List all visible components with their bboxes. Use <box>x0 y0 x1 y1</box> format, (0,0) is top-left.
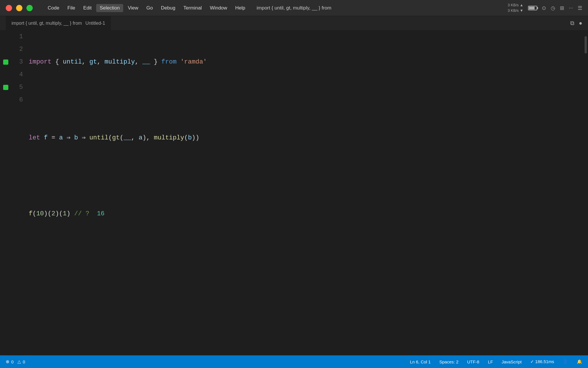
param-a: a <box>59 132 63 144</box>
window-title: import { until, gt, multiply, __ } from <box>257 5 331 11</box>
battery-icon <box>528 6 537 10</box>
keyword-from: from <box>161 56 177 68</box>
menu-bar: Code File Edit Selection View Go Debug T… <box>44 4 249 12</box>
menu-window[interactable]: Window <box>206 4 231 12</box>
close-button[interactable] <box>6 5 12 11</box>
var-gt: gt <box>89 56 97 68</box>
status-spaces[interactable]: Spaces: 2 <box>439 359 459 364</box>
status-timing: ✓ 186.51ms <box>530 359 554 364</box>
editor-tabs: import { until, gt, multiply, __ } from … <box>0 16 588 30</box>
split-editor-icon[interactable]: ⧉ <box>570 20 574 26</box>
menu-go[interactable]: Go <box>143 4 156 12</box>
titlebar-left: Code File Edit Selection View Go Debug T… <box>0 4 249 12</box>
operator-assign: = <box>48 132 59 144</box>
gutter-line-5[interactable] <box>0 81 11 94</box>
code-line-3: let f = a ⇒ b ⇒ until(gt(__, a), multipl… <box>29 132 583 144</box>
status-encoding[interactable]: UTF-8 <box>467 359 479 364</box>
scrollbar-thumb[interactable] <box>585 36 587 53</box>
warning-count: 0 <box>23 359 25 364</box>
fn-until: until <box>89 132 108 144</box>
arrow2: ⇒ <box>78 132 90 144</box>
punctuation: { <box>51 56 63 68</box>
error-icon: ⊗ <box>6 359 9 364</box>
code-line-2 <box>29 94 583 106</box>
titlebar: Code File Edit Selection View Go Debug T… <box>0 0 588 16</box>
code-line-1: import { until, gt, multiply, __ } from … <box>29 56 583 68</box>
breakpoint-line-3[interactable] <box>3 60 8 65</box>
maximize-button[interactable] <box>26 5 33 11</box>
num-10: 10 <box>36 208 44 220</box>
paren5: ( <box>32 208 36 220</box>
gutter-line-1 <box>0 30 11 43</box>
status-right: Ln 6, Col 1 Spaces: 2 UTF-8 LF JavaScrip… <box>410 359 582 364</box>
punctuation-comma2: , <box>97 56 105 68</box>
paren7: )( <box>55 208 63 220</box>
editor-main: 1 2 3 4 5 6 import { until, gt, multiply… <box>0 30 588 355</box>
menu-help[interactable]: Help <box>232 4 249 12</box>
status-language[interactable]: JavaScript <box>502 359 522 364</box>
gutter-line-6 <box>0 94 11 106</box>
num-2: 2 <box>51 208 55 220</box>
paren-close3: )) <box>192 132 199 144</box>
keyword-let: let <box>29 132 40 144</box>
fn-f-call: f <box>29 208 32 220</box>
menu-view[interactable]: View <box>124 4 142 12</box>
arrow1: ⇒ <box>63 132 74 144</box>
punctuation-space <box>177 56 180 68</box>
titlebar-right: 3 KB/s ▲ 3 KB/s ▼ ⊙ ◷ ⊞ ··· ☰ <box>508 3 588 13</box>
tab-filename: Untitled-1 <box>86 21 105 26</box>
gutter-line-3[interactable] <box>0 56 11 68</box>
param-b: b <box>74 132 78 144</box>
status-person-icon[interactable]: 👤 <box>563 359 568 364</box>
status-line-col[interactable]: Ln 6, Col 1 <box>410 359 431 364</box>
string-ramda: 'ramda' <box>180 56 207 68</box>
scrollbar[interactable] <box>583 30 588 355</box>
punctuation-comma3: , <box>135 56 142 68</box>
traffic-lights <box>6 5 33 11</box>
punctuation-close: } <box>150 56 162 68</box>
more-icon: ··· <box>569 5 573 11</box>
status-line-ending[interactable]: LF <box>488 359 493 364</box>
time-icon: ◷ <box>551 5 555 11</box>
status-errors[interactable]: ⊗ 0 △ 0 <box>6 359 25 364</box>
status-bar: ⊗ 0 △ 0 Ln 6, Col 1 Spaces: 2 UTF-8 LF J… <box>0 355 588 368</box>
punctuation-comma: , <box>82 56 89 68</box>
var-until: until <box>63 56 82 68</box>
list-icon: ☰ <box>578 5 582 11</box>
breakpoint-line-5[interactable] <box>3 85 8 90</box>
status-bell-icon[interactable]: 🔔 <box>577 359 582 364</box>
code-line-6 <box>29 246 583 258</box>
menu-debug[interactable]: Debug <box>158 4 179 12</box>
param-b2: b <box>188 132 192 144</box>
paren-open2: ( <box>120 132 123 144</box>
menu-edit[interactable]: Edit <box>80 4 95 12</box>
menu-code[interactable]: Code <box>44 4 63 12</box>
line-numbers: 1 2 3 4 5 6 <box>11 30 29 355</box>
inline-result: 16 <box>97 208 105 220</box>
comment-marker: // ? <box>74 208 89 220</box>
code-area: 1 2 3 4 5 6 import { until, gt, multiply… <box>11 30 583 355</box>
menu-terminal[interactable]: Terminal <box>180 4 205 12</box>
menu-file[interactable]: File <box>64 4 79 12</box>
code-content[interactable]: import { until, gt, multiply, __ } from … <box>29 30 583 355</box>
tab-title: import { until, gt, multiply, __ } from … <box>11 21 105 26</box>
fn-gt: gt <box>112 132 120 144</box>
tab-breadcrumb: import { until, gt, multiply, __ } from <box>11 21 82 26</box>
underscore2: __ <box>123 132 131 144</box>
tab-icons: ⧉ ● <box>570 20 588 26</box>
active-tab[interactable]: import { until, gt, multiply, __ } from … <box>6 16 111 30</box>
gutter <box>0 30 11 355</box>
paren8: ) <box>67 208 74 220</box>
code-line-5: f(10)(2)(1) // ? 16 <box>29 208 583 220</box>
comma4: , <box>131 132 139 144</box>
var-underscore: __ <box>142 56 150 68</box>
space2 <box>89 208 97 220</box>
minimize-button[interactable] <box>16 5 22 11</box>
paren-open: ( <box>108 132 112 144</box>
control-center-icon: ⊞ <box>560 5 564 11</box>
warning-icon: △ <box>18 359 21 364</box>
network-stats: 3 KB/s ▲ 3 KB/s ▼ <box>508 3 523 13</box>
dot-icon: ● <box>579 20 582 26</box>
menu-selection[interactable]: Selection <box>96 4 123 12</box>
code-line-4 <box>29 170 583 182</box>
